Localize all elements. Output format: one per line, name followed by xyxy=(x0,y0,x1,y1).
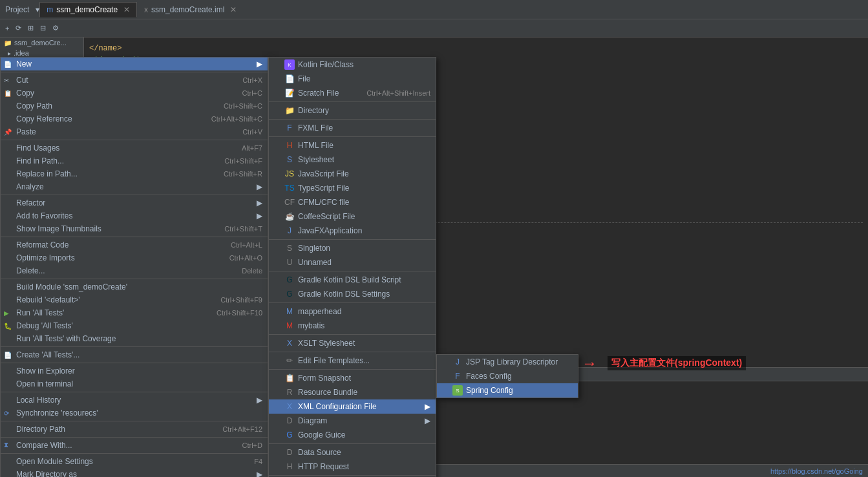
ctx-open-terminal[interactable]: Open in terminal xyxy=(1,377,268,390)
sep-7 xyxy=(1,363,268,363)
tab-close-2[interactable]: ✕ xyxy=(230,5,237,14)
ctx-http-request[interactable]: H HTTP Request xyxy=(269,460,436,474)
ctx-kotlin-file[interactable]: K Kotlin File/Class xyxy=(269,58,436,72)
ctx-mapperhead[interactable]: M mapperhead xyxy=(269,304,436,319)
debug-icon: 🐛 xyxy=(4,323,12,330)
ctx-rebuild[interactable]: Rebuild '<default>'Ctrl+Shift+F9 xyxy=(1,293,268,306)
ctx-spring-config[interactable]: S Spring Config xyxy=(437,383,578,398)
ctx-reformat[interactable]: Reformat CodeCtrl+Alt+L xyxy=(1,238,268,251)
reformat-shortcut: Ctrl+Alt+L xyxy=(218,241,262,249)
ctx-run-coverage[interactable]: Run 'All Tests' with Coverage xyxy=(1,332,268,345)
run-shortcut: Ctrl+Shift+F10 xyxy=(204,309,262,317)
project-icon: 📁 xyxy=(4,39,12,47)
ctx-resource-bundle[interactable]: R Resource Bundle xyxy=(269,385,436,399)
new-sep-7 xyxy=(269,334,436,335)
ctx-run-all-tests[interactable]: ▶ Run 'All Tests'Ctrl+Shift+F10 xyxy=(1,306,268,319)
ctx-create-all-tests[interactable]: 📄 Create 'All Tests'... xyxy=(1,348,268,361)
toolbar-new-btn[interactable]: + xyxy=(3,23,12,34)
ctx-replace-in-path[interactable]: Replace in Path...Ctrl+Shift+R xyxy=(1,167,268,180)
ctx-file[interactable]: 📄 File xyxy=(269,72,436,86)
resource-icon: R xyxy=(284,387,295,398)
thumbnails-shortcut: Ctrl+Shift+T xyxy=(211,225,262,233)
mark-dir-arrow: ▶ xyxy=(250,470,262,477)
ctx-copy[interactable]: 📋 CopyCtrl+C xyxy=(1,87,268,100)
ctx-form-snapshot[interactable]: 📋 Form Snapshot xyxy=(269,371,436,385)
singleton-icon: S xyxy=(284,243,295,253)
ctx-delete[interactable]: Delete...Delete xyxy=(1,264,268,277)
tab-ssm-democreate[interactable]: m ssm_demoCreate ✕ xyxy=(39,2,137,17)
ctx-xml-config[interactable]: X XML Configuration File ▶ xyxy=(269,399,436,414)
toolbar-sync-btn[interactable]: ⟳ xyxy=(13,23,24,34)
ctx-directory[interactable]: 📁 Directory xyxy=(269,103,436,118)
ctx-new[interactable]: 📄 New ▶ xyxy=(1,58,268,70)
ctx-coffee[interactable]: ☕ CoffeeScript File xyxy=(269,209,436,224)
ctx-find-usages[interactable]: Find UsagesAlt+F7 xyxy=(1,142,268,154)
ctx-javafx[interactable]: J JavaFXApplication xyxy=(269,224,436,238)
ctx-copy-path[interactable]: Copy PathCtrl+Shift+C xyxy=(1,100,268,112)
ctx-scratch-file[interactable]: 📝 Scratch FileCtrl+Alt+Shift+Insert xyxy=(269,86,436,100)
ctx-synchronize[interactable]: ⟳ Synchronize 'resourecs' xyxy=(1,407,268,419)
diagram-arrow: ▶ xyxy=(418,416,430,425)
toolbar-expand-btn[interactable]: ⊞ xyxy=(25,23,36,34)
ctx-stylesheet[interactable]: S Stylesheet xyxy=(269,153,436,167)
ctx-data-source[interactable]: D Data Source xyxy=(269,445,436,460)
status-url[interactable]: https://blog.csdn.net/goGoing xyxy=(770,467,863,475)
ctx-find-in-path[interactable]: Find in Path...Ctrl+Shift+F xyxy=(1,154,268,167)
ctx-gradle-kotlin-settings[interactable]: G Gradle Kotlin DSL Settings xyxy=(269,287,436,301)
ctx-xslt[interactable]: X XSLT Stylesheet xyxy=(269,336,436,350)
sep-9 xyxy=(1,421,268,421)
ctx-debug-all-tests[interactable]: 🐛 Debug 'All Tests' xyxy=(1,319,268,332)
ctx-js[interactable]: JS JavaScript File xyxy=(269,167,436,181)
ctx-build-module[interactable]: Build Module 'ssm_demoCreate' xyxy=(1,281,268,293)
ctx-analyze[interactable]: Analyze▶ xyxy=(1,180,268,193)
ctx-mark-directory[interactable]: Mark Directory as▶ xyxy=(1,468,268,477)
ctx-show-thumbnails[interactable]: Show Image ThumbnailsCtrl+Shift+T xyxy=(1,222,268,235)
sidebar-label-project: ssm_demoCre... xyxy=(14,39,67,47)
ctx-paste[interactable]: 📌 PasteCtrl+V xyxy=(1,125,268,138)
ctx-faces-config[interactable]: F Faces Config xyxy=(437,369,578,383)
ctx-html[interactable]: H HTML File xyxy=(269,138,436,153)
tab-icon-2: x xyxy=(144,5,148,14)
ctx-cfml[interactable]: CF CFML/CFC file xyxy=(269,195,436,209)
code-line-1: </name> xyxy=(89,43,863,54)
ctx-show-in-explorer[interactable]: Show in Explorer xyxy=(1,365,268,377)
annotation-text: 写入主配置文件(springContext) xyxy=(608,356,746,370)
tab-close-1[interactable]: ✕ xyxy=(123,5,130,14)
toolbar-collapse-btn[interactable]: ⊟ xyxy=(37,23,48,34)
ctx-mybatis[interactable]: M mybatis xyxy=(269,319,436,333)
sep-6 xyxy=(1,346,268,347)
ctx-singleton[interactable]: S Singleton xyxy=(269,241,436,255)
ctx-fxml[interactable]: F FXML File xyxy=(269,121,436,135)
new-sep-3 xyxy=(269,136,436,137)
toolbar-settings-btn[interactable]: ⚙ xyxy=(50,23,61,34)
module-shortcut: F4 xyxy=(241,458,262,465)
cut-shortcut: Ctrl+X xyxy=(229,76,262,84)
ctx-edit-templates[interactable]: ✏ Edit File Templates... xyxy=(269,354,436,368)
sep-4 xyxy=(1,237,268,237)
js-icon: JS xyxy=(284,169,295,179)
ctx-gradle-kotlin-build[interactable]: G Gradle Kotlin DSL Build Script xyxy=(269,273,436,287)
file-new-icon: 📄 xyxy=(284,74,295,84)
ctx-cut[interactable]: ✂ CutCtrl+X xyxy=(1,74,268,87)
tab-iml[interactable]: x ssm_demoCreate.iml ✕ xyxy=(137,2,244,17)
ctx-refactor[interactable]: Refactor▶ xyxy=(1,196,268,209)
context-menu-new: K Kotlin File/Class 📄 File 📝 Scratch Fil… xyxy=(268,57,436,477)
ctx-compare-with[interactable]: ⧗ Compare With...Ctrl+D xyxy=(1,439,268,452)
ctx-add-favorites[interactable]: Add to Favorites▶ xyxy=(1,209,268,222)
new-sep-11 xyxy=(269,475,436,476)
ctx-ts[interactable]: TS TypeScript File xyxy=(269,181,436,195)
mapper-icon: M xyxy=(284,306,295,317)
ctx-google-guice[interactable]: G Google Guice xyxy=(269,428,436,442)
html-icon: H xyxy=(284,140,295,151)
ctx-directory-path[interactable]: Directory PathCtrl+Alt+F12 xyxy=(1,423,268,436)
ctx-copy-reference[interactable]: Copy ReferenceCtrl+Alt+Shift+C xyxy=(1,112,268,125)
ctx-diagram[interactable]: D Diagram ▶ xyxy=(269,414,436,428)
folder-icon-idea: ▸ xyxy=(8,50,11,57)
sidebar-item-project[interactable]: 📁 ssm_demoCre... xyxy=(0,37,83,48)
ctx-local-history[interactable]: Local History▶ xyxy=(1,394,268,407)
ctx-optimize-imports[interactable]: Optimize ImportsCtrl+Alt+O xyxy=(1,251,268,264)
ctx-module-settings[interactable]: Open Module SettingsF4 xyxy=(1,455,268,468)
ctx-unnamed[interactable]: U Unnamed xyxy=(269,255,436,270)
ctx-jsp-tag-library[interactable]: J JSP Tag Library Descriptor xyxy=(437,355,578,369)
tab-label-2: ssm_demoCreate.iml xyxy=(151,5,224,14)
